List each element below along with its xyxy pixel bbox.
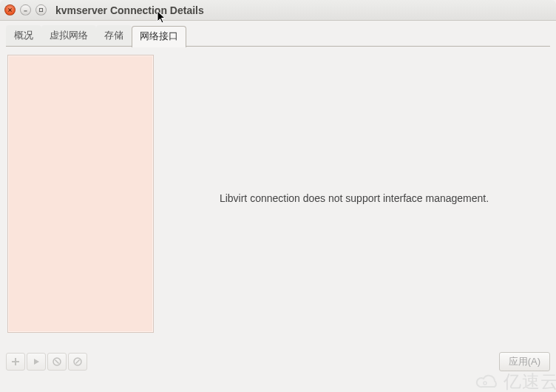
status-message: Libvirt connection does not support inte… [220,192,489,204]
close-button[interactable] [4,4,16,16]
svg-marker-1 [34,359,39,365]
tab-virtual-networks[interactable]: 虚拟网络 [41,25,96,47]
content-area: Libvirt connection does not support inte… [0,47,556,349]
titlebar: kvmserver Connection Details [0,0,556,21]
apply-button[interactable]: 应用(A) [499,352,550,371]
cloud-icon [475,374,501,390]
tab-bar: 概况 虚拟网络 存储 网络接口 [0,21,556,47]
plus-icon [11,357,20,366]
bottom-toolbar: 应用(A) [6,352,550,371]
tab-network-interfaces[interactable]: 网络接口 [132,26,186,47]
tab-underline [6,46,550,47]
start-button[interactable] [27,353,46,371]
svg-rect-0 [39,8,42,11]
stop-circle-icon [52,357,61,366]
tab-overview[interactable]: 概况 [6,25,41,47]
watermark: 亿速云 [475,370,556,392]
no-entry-icon [73,357,82,366]
interface-list[interactable] [7,55,154,333]
toolbar-left-group [6,353,87,371]
add-button[interactable] [6,353,25,371]
svg-point-4 [484,382,486,385]
watermark-text: 亿速云 [504,370,556,392]
tab-storage[interactable]: 存储 [96,25,132,47]
maximize-button[interactable] [35,4,47,16]
minimize-button[interactable] [20,4,31,16]
delete-button[interactable] [68,353,87,371]
window-controls [4,4,47,16]
window-title: kvmserver Connection Details [55,4,204,16]
play-icon [32,357,41,366]
detail-pane: Libvirt connection does not support inte… [160,55,549,342]
stop-button[interactable] [47,353,67,371]
